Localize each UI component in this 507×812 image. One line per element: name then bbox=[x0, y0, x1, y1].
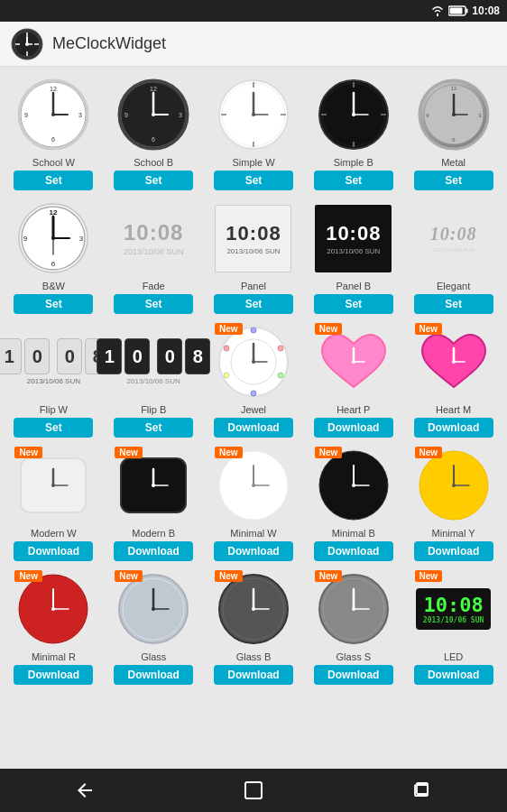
home-button[interactable] bbox=[235, 772, 272, 808]
label-simple-w: Simple W bbox=[232, 157, 274, 168]
svg-text:6: 6 bbox=[51, 260, 56, 268]
btn-bw[interactable]: Set bbox=[14, 294, 93, 314]
fade-date: 2013/10/06 SUN bbox=[124, 247, 184, 256]
clock-preview-fade: 10:08 2013/10/06 SUN bbox=[113, 198, 194, 279]
scroll-area[interactable]: 12 6 9 3 School W Set 12 6 bbox=[0, 67, 507, 769]
recent-icon bbox=[411, 780, 433, 801]
svg-point-123 bbox=[352, 607, 355, 611]
svg-text:12: 12 bbox=[50, 86, 57, 92]
clock-preview-minimal-b: New bbox=[313, 445, 394, 526]
svg-point-74 bbox=[224, 346, 229, 351]
clock-item-minimal-w: New Minimal W Download bbox=[208, 445, 299, 561]
row-1: 12 6 9 3 School W Set 12 6 bbox=[4, 74, 503, 190]
clock-preview-simple-b bbox=[313, 74, 394, 155]
new-badge-glass: New bbox=[115, 570, 143, 582]
clock-preview-minimal-y: New bbox=[413, 445, 494, 526]
clock-preview-heart-m: New bbox=[413, 321, 494, 402]
svg-point-29 bbox=[152, 113, 155, 116]
elegant-time: 10:08 bbox=[430, 224, 477, 245]
btn-minimal-b[interactable]: Download bbox=[314, 541, 393, 561]
label-school-b: School B bbox=[134, 157, 173, 168]
btn-elegant[interactable]: Set bbox=[414, 294, 493, 314]
new-badge-modern-w: New bbox=[14, 447, 42, 458]
svg-point-100 bbox=[352, 484, 355, 487]
btn-panel[interactable]: Set bbox=[214, 294, 293, 314]
panel-display: 10:08 2013/10/06 SUN bbox=[215, 205, 291, 272]
btn-glass[interactable]: Download bbox=[114, 665, 193, 685]
new-badge-glass-s: New bbox=[315, 570, 343, 582]
clock-preview-glass-s: New bbox=[313, 568, 394, 650]
label-heart-m: Heart M bbox=[436, 404, 471, 415]
new-badge-modern-b: New bbox=[115, 447, 143, 458]
btn-panel-b[interactable]: Set bbox=[314, 294, 393, 314]
label-glass-b: Glass B bbox=[236, 651, 272, 662]
new-badge-jewel: New bbox=[215, 323, 243, 335]
btn-heart-p[interactable]: Download bbox=[314, 418, 393, 438]
btn-school-b[interactable]: Set bbox=[114, 171, 193, 190]
svg-point-66 bbox=[51, 236, 55, 240]
clock-item-glass: New Glass Download bbox=[108, 568, 198, 685]
btn-led[interactable]: Download bbox=[414, 665, 493, 685]
new-badge-minimal-r: New bbox=[14, 570, 42, 582]
svg-text:6: 6 bbox=[152, 136, 155, 143]
clock-item-flip-b: 1 0 0 8 2013/10/06 SUN Flip B Set bbox=[108, 321, 198, 438]
clock-preview-glass-b: New bbox=[213, 568, 294, 650]
clock-item-elegant: 10:08 2015/10/08 SUN Elegant Set bbox=[409, 198, 499, 314]
btn-jewel[interactable]: Download bbox=[214, 418, 293, 438]
clock-item-heart-p: New Heart P Download bbox=[309, 321, 399, 438]
clock-item-bw: 12 6 9 3 B&W Set bbox=[8, 198, 98, 314]
label-minimal-w: Minimal W bbox=[230, 528, 276, 539]
clock-preview-led: New 10:08 2013/10/06 SUN bbox=[413, 568, 494, 650]
clock-preview-flip-b: 1 0 0 8 2013/10/06 SUN bbox=[113, 321, 194, 402]
btn-minimal-y[interactable]: Download bbox=[414, 541, 493, 561]
btn-modern-w[interactable]: Download bbox=[14, 541, 93, 561]
battery-icon bbox=[448, 5, 468, 16]
svg-point-118 bbox=[252, 607, 255, 611]
btn-flip-b[interactable]: Set bbox=[114, 418, 193, 438]
clock-item-jewel: New Jewel Download bbox=[208, 321, 299, 438]
label-glass: Glass bbox=[141, 651, 166, 662]
btn-flip-w[interactable]: Set bbox=[14, 418, 93, 438]
status-time: 10:08 bbox=[472, 5, 500, 17]
clock-preview-elegant: 10:08 2015/10/08 SUN bbox=[413, 198, 494, 279]
row-2: 12 6 9 3 B&W Set 10:08 2013/10/06 SUN bbox=[4, 198, 503, 314]
panel-b-time: 10:08 bbox=[326, 222, 381, 245]
btn-glass-b[interactable]: Download bbox=[214, 665, 293, 685]
label-minimal-r: Minimal R bbox=[32, 651, 76, 662]
wifi-icon bbox=[430, 5, 445, 16]
fade-time: 10:08 bbox=[124, 220, 183, 245]
label-modern-b: Modern B bbox=[132, 528, 175, 539]
clock-item-metal: 12 6 9 3 Metal Set bbox=[409, 74, 499, 190]
back-button[interactable] bbox=[67, 772, 103, 808]
svg-text:3: 3 bbox=[78, 112, 82, 118]
label-simple-b: Simple B bbox=[334, 157, 373, 168]
home-icon bbox=[243, 780, 264, 801]
btn-school-w[interactable]: Set bbox=[14, 171, 93, 190]
btn-simple-b[interactable]: Set bbox=[314, 171, 393, 190]
btn-modern-b[interactable]: Download bbox=[114, 541, 193, 561]
svg-point-81 bbox=[352, 360, 355, 364]
clock-preview-panel: 10:08 2013/10/06 SUN bbox=[213, 198, 294, 279]
led-time: 10:08 bbox=[423, 594, 483, 616]
btn-metal[interactable]: Set bbox=[414, 171, 493, 190]
clock-preview-simple-w bbox=[213, 74, 294, 155]
clock-item-panel: 10:08 2013/10/06 SUN Panel Set bbox=[208, 198, 299, 314]
app-bar: MeClockWidget bbox=[0, 22, 507, 67]
btn-glass-s[interactable]: Download bbox=[314, 665, 393, 685]
led-date: 2013/10/06 SUN bbox=[423, 616, 484, 624]
svg-point-113 bbox=[152, 607, 155, 611]
panel-b-date: 2013/10/06 SUN bbox=[327, 247, 380, 255]
svg-text:9: 9 bbox=[23, 235, 28, 243]
btn-simple-w[interactable]: Set bbox=[214, 171, 293, 190]
btn-minimal-r[interactable]: Download bbox=[14, 665, 93, 685]
svg-point-84 bbox=[452, 360, 456, 364]
btn-minimal-w[interactable]: Download bbox=[214, 541, 293, 561]
btn-fade[interactable]: Set bbox=[114, 294, 193, 314]
recent-button[interactable] bbox=[404, 772, 440, 808]
svg-text:12: 12 bbox=[450, 86, 456, 91]
svg-text:6: 6 bbox=[51, 136, 55, 143]
nav-bar bbox=[0, 769, 507, 812]
new-badge-minimal-b: New bbox=[315, 447, 343, 458]
btn-heart-m[interactable]: Download bbox=[414, 418, 493, 438]
label-flip-w: Flip W bbox=[40, 404, 68, 415]
